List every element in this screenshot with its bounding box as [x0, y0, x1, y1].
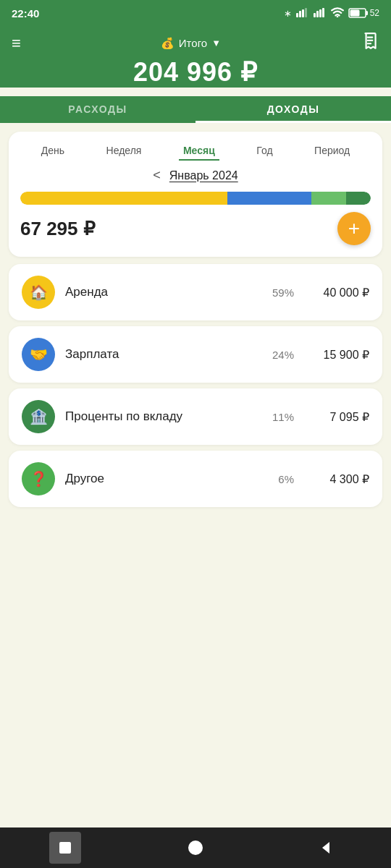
progress-yellow [20, 192, 227, 205]
header-top: ≡ 💰 Итого ▼ [12, 32, 379, 54]
period-total-amount: 67 295 ₽ [20, 218, 96, 240]
arenda-icon-symbol: 🏠 [30, 284, 48, 301]
svg-rect-4 [314, 13, 316, 17]
svg-marker-17 [322, 842, 329, 854]
svg-rect-3 [305, 8, 307, 17]
item-percent-arenda: 59% [266, 286, 294, 299]
income-item-arenda[interactable]: 🏠 Аренда 59% 40 000 ₽ [9, 264, 382, 320]
progress-green-light [311, 192, 346, 205]
svg-rect-10 [366, 11, 368, 15]
prev-month-button[interactable]: < [153, 168, 161, 183]
drugoe-icon-symbol: ❓ [30, 470, 48, 488]
battery-level: 52 [370, 8, 379, 18]
nav-home-button[interactable] [180, 832, 211, 864]
period-tab-month[interactable]: Месяц [179, 142, 219, 161]
nav-square-button[interactable] [49, 832, 81, 864]
period-tab-period[interactable]: Период [310, 142, 354, 161]
item-icon-zarplata: 🤝 [22, 338, 55, 371]
period-card: День Неделя Месяц Год Период < Январь 20… [9, 132, 382, 257]
item-percent-drugoe: 6% [266, 473, 294, 485]
svg-rect-11 [350, 10, 359, 17]
income-list: 🏠 Аренда 59% 40 000 ₽ 🤝 Зарплата 24% 15 … [9, 264, 382, 507]
income-item-zarplata[interactable]: 🤝 Зарплата 24% 15 900 ₽ [9, 326, 382, 383]
svg-rect-6 [319, 9, 321, 17]
month-label[interactable]: Январь 2024 [169, 169, 238, 182]
item-icon-protsenty: 🏦 [22, 400, 55, 433]
zarplata-icon-symbol: 🤝 [30, 346, 48, 363]
bluetooth-icon: ∗ [284, 8, 292, 19]
period-tab-day[interactable]: День [37, 142, 69, 161]
income-item-protsenty[interactable]: 🏦 Проценты по вкладу 11% 7 095 ₽ [9, 388, 382, 445]
income-item-drugoe[interactable]: ❓ Другое 6% 4 300 ₽ [9, 451, 382, 507]
header-total-amount: 204 996 ₽ [12, 57, 379, 88]
svg-point-16 [188, 841, 203, 855]
svg-rect-7 [322, 8, 324, 17]
menu-button[interactable]: ≡ [12, 34, 21, 53]
item-amount-drugoe: 4 300 ₽ [304, 472, 369, 486]
item-icon-arenda: 🏠 [22, 276, 55, 309]
progress-bar [20, 192, 371, 205]
battery-icon: 52 [348, 8, 379, 18]
main-tabs: РАСХОДЫ ДОХОДЫ [0, 96, 391, 123]
total-row: 67 295 ₽ + [20, 212, 371, 245]
period-tabs: День Неделя Месяц Год Период [20, 142, 371, 161]
svg-rect-2 [302, 9, 304, 17]
tab-income[interactable]: ДОХОДЫ [196, 96, 391, 123]
month-nav: < Январь 2024 [20, 168, 371, 183]
item-percent-zarplata: 24% [266, 349, 294, 361]
item-name-protsenty: Проценты по вкладу [65, 409, 256, 424]
add-income-button[interactable]: + [337, 212, 371, 245]
item-icon-drugoe: ❓ [22, 462, 55, 495]
wifi-icon [331, 7, 344, 20]
item-name-arenda: Аренда [65, 285, 256, 299]
tab-expenses[interactable]: РАСХОДЫ [0, 96, 196, 123]
content: День Неделя Месяц Год Период < Январь 20… [0, 123, 391, 507]
receipt-button[interactable] [361, 32, 379, 54]
svg-rect-0 [296, 13, 298, 17]
signal-icon1 [296, 7, 309, 20]
item-name-drugoe: Другое [65, 472, 256, 486]
header: ≡ 💰 Итого ▼ 204 996 ₽ [0, 26, 391, 88]
progress-blue [227, 192, 311, 205]
svg-point-8 [336, 15, 338, 17]
status-time: 22:40 [12, 7, 39, 20]
item-percent-protsenty: 11% [266, 411, 294, 423]
period-tab-week[interactable]: Неделя [102, 142, 146, 161]
status-bar: 22:40 ∗ [0, 0, 391, 26]
bottom-nav [0, 827, 391, 868]
header-title-row: 💰 Итого ▼ [161, 37, 221, 50]
item-amount-arenda: 40 000 ₽ [304, 286, 369, 299]
item-amount-zarplata: 15 900 ₽ [304, 348, 369, 362]
svg-rect-15 [59, 842, 71, 854]
svg-rect-5 [316, 11, 319, 17]
signal-icon2 [314, 7, 327, 20]
header-title-label: Итого [179, 37, 207, 49]
progress-green-dark [346, 192, 371, 205]
nav-back-button[interactable] [310, 832, 342, 864]
wallet-icon: 💰 [161, 37, 175, 50]
svg-rect-1 [299, 11, 301, 17]
item-amount-protsenty: 7 095 ₽ [304, 410, 369, 424]
dropdown-icon[interactable]: ▼ [211, 38, 221, 48]
protsenty-icon-symbol: 🏦 [30, 408, 48, 425]
period-tab-year[interactable]: Год [252, 142, 277, 161]
status-icons: ∗ [284, 7, 379, 20]
item-name-zarplata: Зарплата [65, 347, 256, 362]
